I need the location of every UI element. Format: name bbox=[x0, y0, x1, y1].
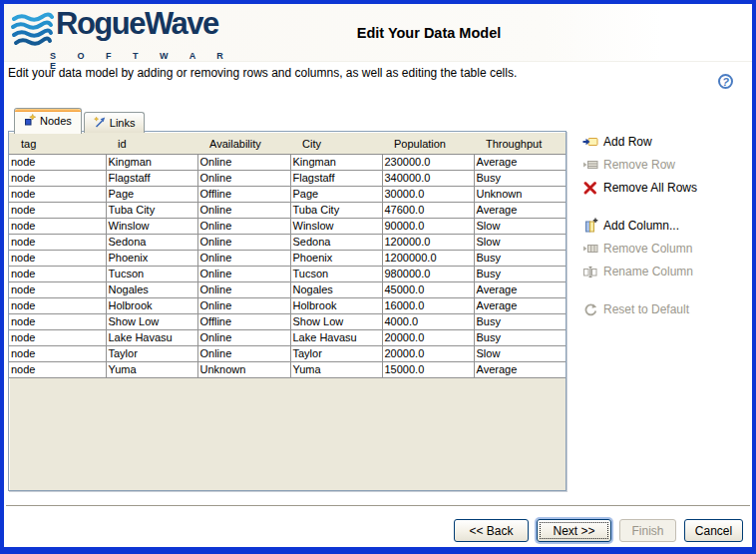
table-cell[interactable]: Tucson bbox=[106, 267, 197, 282]
next-button[interactable]: Next >> bbox=[537, 519, 611, 542]
table-cell[interactable]: Online bbox=[197, 203, 290, 219]
table-cell[interactable]: Kingman bbox=[290, 155, 382, 171]
table-cell[interactable]: Lake Havasu bbox=[106, 330, 197, 346]
table-cell[interactable]: node bbox=[9, 267, 106, 282]
tab-nodes[interactable]: Nodes bbox=[14, 108, 82, 134]
table-cell[interactable]: Tuba City bbox=[106, 203, 197, 219]
table-cell[interactable]: node bbox=[9, 362, 106, 378]
table-cell[interactable]: node bbox=[9, 314, 106, 330]
table-cell[interactable]: 20000.0 bbox=[382, 346, 474, 362]
add-column-label: Add Column... bbox=[603, 219, 679, 233]
table-cell[interactable]: Average bbox=[474, 362, 566, 378]
table-cell[interactable]: Tuba City bbox=[290, 203, 382, 219]
column-header[interactable]: Availability bbox=[197, 133, 290, 155]
table-cell[interactable]: Taylor bbox=[106, 346, 197, 362]
table-cell[interactable]: node bbox=[9, 330, 106, 346]
column-header[interactable]: Throughput bbox=[474, 133, 566, 155]
table-cell[interactable]: node bbox=[9, 346, 106, 362]
table-cell[interactable]: node bbox=[9, 282, 106, 298]
table-cell[interactable]: Online bbox=[197, 298, 290, 314]
table-cell[interactable]: Online bbox=[197, 171, 290, 187]
table-cell[interactable]: Show Low bbox=[106, 314, 197, 330]
table-cell[interactable]: Slow bbox=[474, 219, 566, 235]
table-cell[interactable]: Winslow bbox=[290, 219, 382, 235]
table-cell[interactable]: node bbox=[9, 155, 106, 171]
help-icon[interactable]: ? bbox=[718, 74, 733, 89]
table-cell[interactable]: Online bbox=[197, 330, 290, 346]
table-cell[interactable]: Unknown bbox=[474, 187, 566, 203]
table-cell[interactable]: 16000.0 bbox=[382, 298, 474, 314]
table-cell[interactable]: Busy bbox=[474, 267, 566, 282]
table-cell[interactable]: node bbox=[9, 219, 106, 235]
table-cell[interactable]: Busy bbox=[474, 251, 566, 267]
table-cell[interactable]: node bbox=[9, 203, 106, 219]
table-cell[interactable]: Flagstaff bbox=[106, 171, 197, 187]
table-cell[interactable]: Online bbox=[197, 267, 290, 282]
table-cell[interactable]: node bbox=[9, 251, 106, 267]
table-cell[interactable]: Holbrook bbox=[290, 298, 382, 314]
table-cell[interactable]: Nogales bbox=[106, 282, 197, 298]
table-cell[interactable]: Show Low bbox=[290, 314, 382, 330]
table-cell[interactable]: 47600.0 bbox=[382, 203, 474, 219]
cancel-button[interactable]: Cancel bbox=[684, 519, 743, 542]
table-cell[interactable]: 90000.0 bbox=[382, 219, 474, 235]
table-cell[interactable]: node bbox=[9, 235, 106, 251]
table-cell[interactable]: 1200000.0 bbox=[382, 251, 474, 267]
back-button[interactable]: << Back bbox=[454, 519, 529, 542]
table-cell[interactable]: Phoenix bbox=[290, 251, 382, 267]
table-cell[interactable]: Page bbox=[290, 187, 382, 203]
table-cell[interactable]: 980000.0 bbox=[382, 267, 474, 282]
table-cell[interactable]: 230000.0 bbox=[382, 155, 474, 171]
table-cell[interactable]: Online bbox=[197, 235, 290, 251]
table-cell[interactable]: node bbox=[9, 187, 106, 203]
table-cell[interactable]: node bbox=[9, 171, 106, 187]
table-cell[interactable]: Busy bbox=[474, 330, 566, 346]
table-cell[interactable]: 45000.0 bbox=[382, 282, 474, 298]
table-cell[interactable]: Average bbox=[474, 203, 566, 219]
table-cell[interactable]: Tucson bbox=[290, 267, 382, 282]
column-header[interactable]: Population bbox=[382, 133, 474, 155]
table-cell[interactable]: Phoenix bbox=[106, 251, 197, 267]
table-cell[interactable]: Lake Havasu bbox=[290, 330, 382, 346]
add-column-action[interactable]: Add Column... bbox=[582, 218, 754, 234]
table-cell[interactable]: Average bbox=[474, 298, 566, 314]
table-cell[interactable]: Page bbox=[106, 187, 197, 203]
table-cell[interactable]: Online bbox=[197, 346, 290, 362]
table-cell[interactable]: Online bbox=[197, 155, 290, 171]
table-cell[interactable]: 20000.0 bbox=[382, 330, 474, 346]
table-cell[interactable]: Yuma bbox=[106, 362, 197, 378]
table-cell[interactable]: Unknown bbox=[197, 362, 290, 378]
table-cell[interactable]: Winslow bbox=[106, 219, 197, 235]
table-cell[interactable]: Online bbox=[197, 282, 290, 298]
column-header[interactable]: City bbox=[290, 133, 382, 155]
table-cell[interactable]: Busy bbox=[474, 171, 566, 187]
table-cell[interactable]: Yuma bbox=[290, 362, 382, 378]
add-row-action[interactable]: Add Row bbox=[582, 134, 754, 150]
table-cell[interactable]: Sedona bbox=[290, 235, 382, 251]
table-cell[interactable]: 15000.0 bbox=[382, 362, 474, 378]
table-cell[interactable]: Slow bbox=[474, 235, 566, 251]
table-cell[interactable]: Holbrook bbox=[106, 298, 197, 314]
column-header[interactable]: tag bbox=[9, 133, 106, 155]
table-cell[interactable]: Average bbox=[474, 155, 566, 171]
table-cell[interactable]: 120000.0 bbox=[382, 235, 474, 251]
table-cell[interactable]: Online bbox=[197, 251, 290, 267]
table-cell[interactable]: Sedona bbox=[106, 235, 197, 251]
tab-links[interactable]: Links bbox=[84, 112, 146, 133]
column-header[interactable]: id bbox=[106, 133, 197, 155]
table-cell[interactable]: Slow bbox=[474, 346, 566, 362]
table-cell[interactable]: Taylor bbox=[290, 346, 382, 362]
table-cell[interactable]: Kingman bbox=[106, 155, 197, 171]
table-cell[interactable]: Average bbox=[474, 282, 566, 298]
table-cell[interactable]: Nogales bbox=[290, 282, 382, 298]
table-cell[interactable]: Online bbox=[197, 219, 290, 235]
table-cell[interactable]: 340000.0 bbox=[382, 171, 474, 187]
remove-all-rows-action[interactable]: Remove All Rows bbox=[582, 180, 754, 196]
table-cell[interactable]: Offline bbox=[197, 187, 290, 203]
table-cell[interactable]: Offline bbox=[197, 314, 290, 330]
table-cell[interactable]: Busy bbox=[474, 314, 566, 330]
table-cell[interactable]: Flagstaff bbox=[290, 171, 382, 187]
table-cell[interactable]: node bbox=[9, 298, 106, 314]
table-cell[interactable]: 4000.0 bbox=[382, 314, 474, 330]
table-cell[interactable]: 30000.0 bbox=[382, 187, 474, 203]
